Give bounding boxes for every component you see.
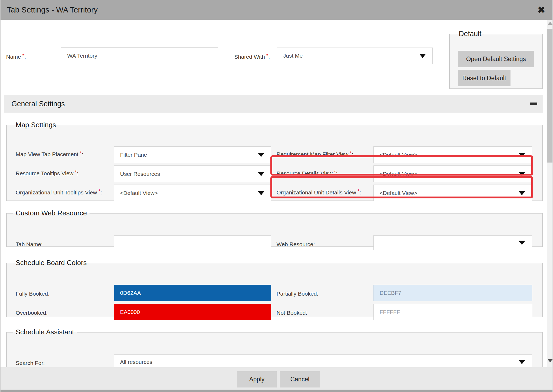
close-button[interactable]: ✖ xyxy=(534,0,549,20)
scroll-down-icon xyxy=(547,359,553,362)
custom-web-resource-fieldset: Custom Web Resource Tab Name: Web Resour… xyxy=(6,209,543,247)
partially-booked-label: Partially Booked: xyxy=(276,291,318,297)
general-settings-header[interactable]: General Settings xyxy=(4,95,543,113)
chevron-down-icon xyxy=(258,153,265,157)
name-input[interactable]: WA Territory xyxy=(61,47,218,64)
shared-with-dropdown[interactable]: Just Me xyxy=(277,48,433,64)
scroll-up-icon xyxy=(547,22,553,25)
resource-tooltips-view-dropdown[interactable]: User Resources xyxy=(114,165,271,182)
chevron-down-icon xyxy=(258,172,265,176)
required-asterisk: * xyxy=(358,188,360,194)
map-settings-fieldset: Map Settings Map View Tab Placement*: Fi… xyxy=(6,121,543,201)
organizational-unit-tooltips-view-label: Organizational Unit Tooltips View*: xyxy=(16,189,102,196)
schedule-assistant-fieldset: Schedule Assistant Search For: All resou… xyxy=(6,328,543,372)
close-icon: ✖ xyxy=(538,5,545,15)
tab-settings-dialog: Tab Settings - WA Territory ✖ Name*: WA … xyxy=(0,0,553,392)
chevron-down-icon xyxy=(518,153,525,157)
scroll-down-button[interactable] xyxy=(547,357,553,364)
required-asterisk: * xyxy=(266,53,269,58)
required-asterisk: * xyxy=(350,150,352,156)
shared-with-value: Just Me xyxy=(283,53,303,59)
general-settings-title: General Settings xyxy=(11,95,65,113)
required-asterisk: * xyxy=(98,188,100,194)
resource-tooltips-view-label: Resource Tooltips View*: xyxy=(16,170,78,177)
scrollbar-thumb[interactable] xyxy=(547,29,553,163)
organizational-unit-details-view-label: Organizational Unit Details View*: xyxy=(276,189,361,196)
partially-booked-color-input[interactable]: DEEBF7 xyxy=(373,285,532,301)
map-view-tab-placement-label: Map View Tab Placement*: xyxy=(16,151,83,157)
dialog-titlebar: Tab Settings - WA Territory ✖ xyxy=(1,0,553,20)
required-asterisk: * xyxy=(80,150,82,156)
dialog-title: Tab Settings - WA Territory xyxy=(7,0,98,20)
map-settings-legend: Map Settings xyxy=(13,121,59,129)
chevron-down-icon xyxy=(258,191,265,195)
schedule-board-colors-legend: Schedule Board Colors xyxy=(13,259,89,267)
chevron-down-icon xyxy=(518,172,525,176)
web-resource-dropdown[interactable] xyxy=(373,235,532,250)
schedule-assistant-legend: Schedule Assistant xyxy=(13,328,77,336)
search-for-label: Search For: xyxy=(16,360,45,366)
not-booked-color-input[interactable]: FFFFFF xyxy=(373,304,532,320)
collapse-minus-icon[interactable] xyxy=(530,103,537,105)
resource-details-view-dropdown[interactable]: <Default View> xyxy=(373,165,532,182)
requirement-map-filter-view-dropdown[interactable]: <Default View> xyxy=(373,146,532,163)
required-asterisk: * xyxy=(75,169,77,175)
organizational-unit-tooltips-view-dropdown[interactable]: <Default View> xyxy=(114,185,271,201)
chevron-down-icon xyxy=(518,191,525,195)
fully-booked-color-input[interactable]: 0D62AA xyxy=(114,285,271,301)
chevron-down-icon xyxy=(419,54,426,58)
required-asterisk: * xyxy=(334,169,336,175)
shared-with-label: Shared With*: xyxy=(234,54,270,60)
schedule-board-colors-fieldset: Schedule Board Colors Fully Booked: 0D62… xyxy=(6,259,543,317)
tab-name-label: Tab Name: xyxy=(16,241,43,248)
tab-name-input[interactable] xyxy=(114,235,271,250)
name-label: Name*: xyxy=(6,54,26,60)
chevron-down-icon xyxy=(518,241,525,245)
map-view-tab-placement-dropdown[interactable]: Filter Pane xyxy=(114,146,271,163)
overbooked-label: Overbooked: xyxy=(16,310,48,316)
resource-details-view-label: Resource Details View*: xyxy=(276,170,338,177)
open-default-settings-button[interactable]: Open Default Settings xyxy=(458,51,534,67)
web-resource-label: Web Resource: xyxy=(276,241,315,248)
scroll-up-button[interactable] xyxy=(547,20,553,27)
apply-button[interactable]: Apply xyxy=(237,371,277,387)
reset-to-default-button[interactable]: Reset to Default xyxy=(458,70,511,86)
organizational-unit-details-view-dropdown[interactable]: <Default View> xyxy=(373,185,532,201)
not-booked-label: Not Booked: xyxy=(276,310,307,316)
cancel-button[interactable]: Cancel xyxy=(280,371,320,387)
name-input-value: WA Territory xyxy=(67,53,97,59)
chevron-down-icon xyxy=(518,360,525,364)
default-legend: Default xyxy=(456,30,484,38)
requirement-map-filter-view-label: Requirement Map Filter View*: xyxy=(276,151,353,157)
required-asterisk: * xyxy=(22,53,24,58)
footer-bar: Apply Cancel xyxy=(1,367,553,390)
overbooked-color-input[interactable]: EA0000 xyxy=(114,304,271,320)
window-bottom-border xyxy=(1,390,553,392)
default-fieldset: Default Open Default Settings Reset to D… xyxy=(449,30,543,89)
vertical-scrollbar[interactable] xyxy=(547,20,553,367)
custom-web-resource-legend: Custom Web Resource xyxy=(13,209,90,217)
fully-booked-label: Fully Booked: xyxy=(16,291,49,297)
